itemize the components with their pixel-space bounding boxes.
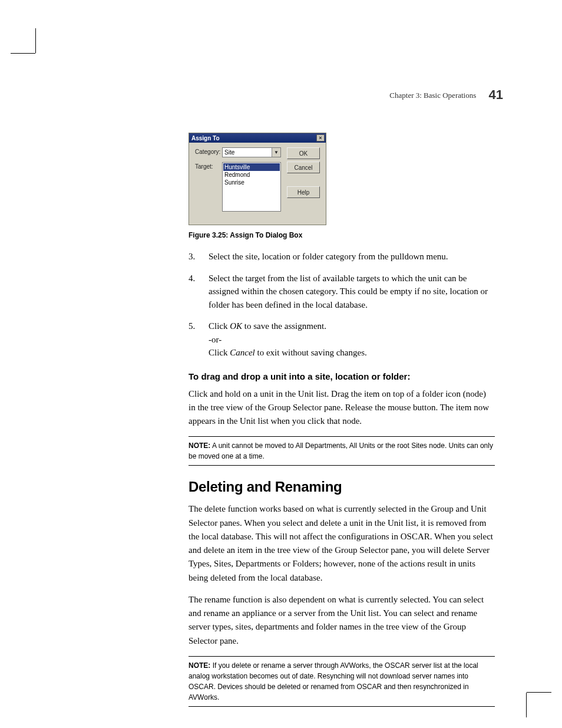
note-label: NOTE:	[189, 442, 210, 450]
subheading-dragdrop: To drag and drop a unit into a site, loc…	[189, 371, 495, 381]
assign-to-dialog: Assign To × Category: Site ▼ Target:	[189, 133, 326, 225]
chevron-down-icon[interactable]: ▼	[272, 148, 280, 157]
list-item[interactable]: Huntsville	[223, 163, 280, 171]
crop-mark	[35, 28, 36, 53]
step-text: Select the target from the list of avail…	[209, 272, 495, 312]
note-text: If you delete or rename a server through…	[189, 661, 478, 701]
crop-mark	[527, 692, 551, 693]
note-text: A unit cannot be moved to All Department…	[189, 442, 493, 460]
step-number: 4.	[189, 272, 209, 312]
crop-mark	[526, 693, 527, 717]
step-number: 3.	[189, 250, 209, 263]
section-heading: Deleting and Renaming	[189, 479, 495, 495]
body-paragraph: The delete function works based on what …	[189, 502, 495, 585]
close-icon[interactable]: ×	[316, 134, 325, 141]
note-box: NOTE: If you delete or rename a server t…	[189, 656, 495, 707]
note-box: NOTE: A unit cannot be moved to All Depa…	[189, 436, 495, 466]
body-paragraph: The rename function is also dependent on…	[189, 593, 495, 648]
category-select[interactable]: Site ▼	[222, 147, 281, 157]
cancel-button[interactable]: Cancel	[287, 162, 320, 173]
step-text: Click OK to save the assignment. -or- Cl…	[209, 319, 495, 360]
step-text: Select the site, location or folder cate…	[209, 250, 495, 263]
body-paragraph: Click and hold on a unit in the Unit lis…	[189, 387, 495, 429]
dialog-title: Assign To	[191, 135, 220, 141]
category-label: Category:	[195, 147, 222, 155]
page-number: 41	[489, 87, 503, 102]
list-item[interactable]: Sunrise	[223, 179, 280, 186]
running-header: Chapter 3: Basic Operations 41	[389, 87, 503, 103]
category-value: Site	[224, 149, 234, 156]
crop-mark	[11, 53, 35, 54]
target-listbox[interactable]: Huntsville Redmond Sunrise	[222, 162, 281, 212]
figure-caption: Figure 3.25: Assign To Dialog Box	[189, 231, 495, 239]
ok-button[interactable]: OK	[287, 147, 320, 159]
note-label: NOTE:	[189, 661, 210, 670]
step-number: 5.	[189, 319, 209, 360]
chapter-label: Chapter 3: Basic Operations	[389, 91, 476, 100]
help-button[interactable]: Help	[287, 186, 320, 198]
list-item[interactable]: Redmond	[223, 171, 280, 179]
dialog-titlebar: Assign To ×	[189, 133, 326, 143]
target-label: Target:	[195, 162, 222, 170]
